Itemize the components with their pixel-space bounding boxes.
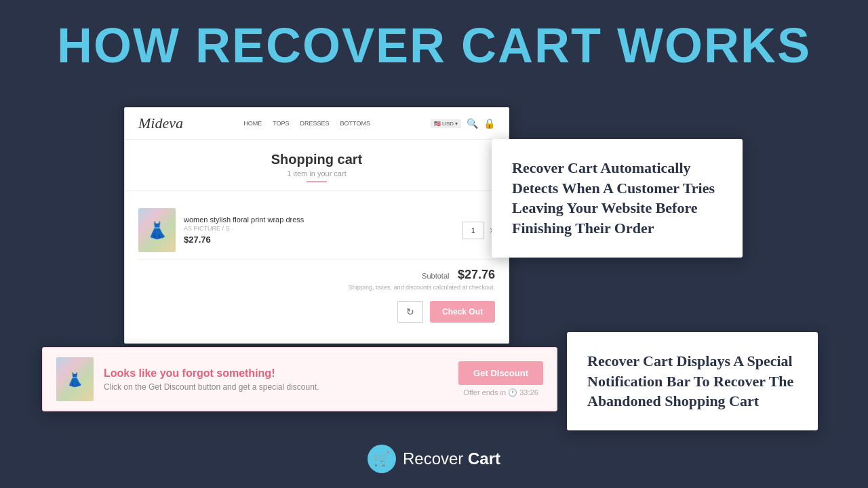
product-variant: AS PICTURE / S [184,225,454,232]
cart-item-count: 1 item in your cart [138,169,495,178]
notif-title: Looks like you forgot something! [104,367,448,380]
nav-home: HOME [243,120,262,127]
notif-subtitle: Click on the Get Discount button and get… [104,382,448,392]
cart-body: 👗 women stylish floral print wrap dress … [125,191,509,343]
subtotal-amount: $27.76 [458,268,495,281]
product-image: 👗 [138,208,176,252]
get-discount-button[interactable]: Get Discount [458,361,543,385]
product-price: $27.76 [184,235,454,245]
callout-1-text: Recover Cart automatically detects when … [512,158,722,239]
nav-dresses: DRESSES [300,120,330,127]
logo-text-bold: Cart [468,449,500,468]
nav-tops: TOPS [273,120,289,127]
notif-right: Get Discount Offer ends in 🕐 33:26 [458,361,543,397]
quantity-value[interactable]: 1 [462,222,484,239]
notif-product-image: 👗 [56,357,94,401]
nav-icons: 🇺🇸 USD ▾ 🔍 🔒 [431,118,495,129]
clock-icon: 🕐 [508,388,519,396]
quantity-control: 1 × [462,222,495,239]
nav-bottoms: BOTTOMS [340,120,370,127]
checkout-button[interactable]: Check Out [430,301,495,323]
chevron-down-icon: ▾ [455,121,458,127]
currency-selector: 🇺🇸 USD ▾ [431,119,461,128]
cart-icon: 🛒 [373,451,390,467]
cart-mockup: Mideva HOME TOPS DRESSES BOTTOMS 🇺🇸 USD … [124,107,509,344]
notif-content: Looks like you forgot something! Click o… [104,367,448,392]
subtotal-label: Subtotal [422,272,449,280]
timer-label: Offer ends in [463,388,506,396]
logo-icon: 🛒 [368,445,396,473]
cart-actions: ↻ Check Out [138,294,495,333]
cart-nav: Mideva HOME TOPS DRESSES BOTTOMS 🇺🇸 USD … [125,108,509,140]
refresh-button[interactable]: ↻ [397,301,423,323]
notification-bar: 👗 Looks like you forgot something! Click… [42,347,557,411]
cart-header: Shopping cart 1 item in your cart [125,140,509,191]
cart-subtotal: Subtotal $27.76 Shipping, taxes, and dis… [138,259,495,294]
flag-icon: 🇺🇸 [434,121,441,127]
store-logo: Mideva [138,115,183,132]
cart-underline [307,181,327,182]
cart-item: 👗 women stylish floral print wrap dress … [138,201,495,259]
search-icon: 🔍 [467,118,478,129]
nav-links: HOME TOPS DRESSES BOTTOMS [243,120,370,127]
currency-label: USD [442,121,454,127]
callout-box-1: Recover Cart automatically detects when … [492,139,743,258]
offer-timer: Offer ends in 🕐 33:26 [463,388,538,397]
callout-box-2: Recover Cart Displays a special notifica… [567,332,818,430]
bottom-logo: 🛒 Recover Cart [368,445,500,473]
page-title: HOW RECOVER CART WORKS [0,0,868,73]
logo-text-normal: Recover [403,449,468,468]
lock-icon: 🔒 [484,118,495,129]
timer-value: 33:26 [519,388,538,396]
subtotal-note: Shipping, taxes, and discounts calculate… [138,284,495,291]
logo-text: Recover Cart [403,449,500,468]
product-details: women stylish floral print wrap dress AS… [184,216,454,245]
product-name: women stylish floral print wrap dress [184,216,454,224]
callout-2-text: Recover Cart Displays a special notifica… [587,351,797,411]
cart-title: Shopping cart [138,152,495,167]
